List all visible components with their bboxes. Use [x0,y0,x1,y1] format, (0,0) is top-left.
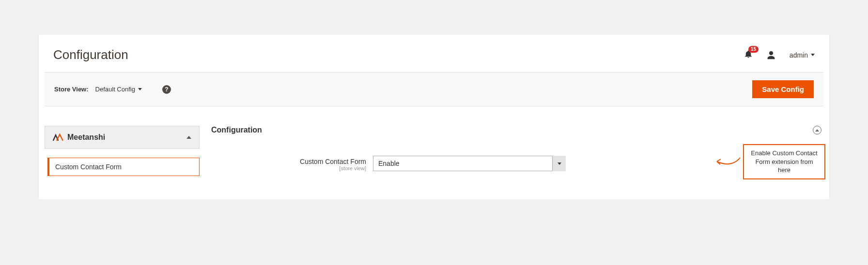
select-value: Enable [373,156,566,171]
sidebar-group-meetanshi[interactable]: Meetanshi [45,126,200,149]
admin-user-dropdown[interactable]: admin [790,51,815,59]
help-icon[interactable]: ? [162,85,171,94]
section-collapse-button[interactable] [813,126,822,134]
notifications-count-badge: 15 [748,46,759,53]
annotation-arrow-icon [714,155,741,168]
sidebar-group-label: Meetanshi [67,133,105,142]
select-arrow-button[interactable] [552,156,566,171]
chevron-up-icon [186,136,191,139]
user-icon[interactable] [766,50,776,60]
store-view-dropdown[interactable]: Default Config [95,86,142,93]
notifications-button[interactable]: 15 [744,50,753,60]
annotation-callout: Enable Custom Contact Form extension fro… [743,144,825,179]
section-title: Configuration [211,126,262,134]
chevron-down-icon [558,162,561,165]
meetanshi-logo-icon [53,133,64,142]
sidebar-item-custom-contact-form[interactable]: Custom Contact Form [47,158,200,176]
store-view-value: Default Config [95,86,135,93]
field-scope: [store view] [211,165,366,171]
admin-username: admin [790,51,808,59]
chevron-up-icon [815,129,819,132]
store-view-label: Store View: [54,86,89,93]
chevron-down-icon [811,54,815,56]
field-label-custom-contact-form: Custom Contact Form [300,158,366,165]
chevron-down-icon [138,88,142,90]
page-title: Configuration [53,47,128,62]
custom-contact-form-select[interactable]: Enable [373,156,566,171]
save-config-button[interactable]: Save Config [752,80,814,98]
